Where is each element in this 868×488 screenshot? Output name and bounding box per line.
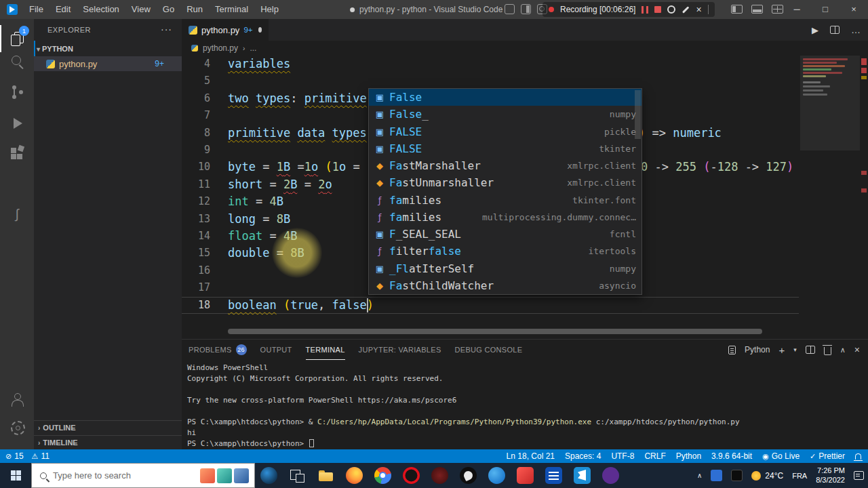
suggestion-item[interactable]: ▣FALSEpickle bbox=[369, 123, 642, 140]
kill-terminal-icon[interactable] bbox=[824, 347, 831, 355]
language-mode[interactable]: Python bbox=[676, 451, 701, 461]
opera-icon[interactable] bbox=[403, 467, 420, 484]
suggestion-item[interactable]: ƒfamiliesmultiprocessing.dummy.connec… bbox=[369, 209, 642, 226]
new-terminal-button[interactable]: + bbox=[778, 344, 785, 356]
more-actions-icon[interactable]: … bbox=[851, 24, 861, 35]
search-highlight-tile[interactable] bbox=[234, 468, 249, 483]
indentation[interactable]: Spaces: 4 bbox=[565, 451, 601, 461]
customize-layout-icon[interactable] bbox=[772, 5, 783, 14]
menu-terminal[interactable]: Terminal bbox=[209, 0, 254, 19]
folder-section-python[interactable]: ▾ PYTHON bbox=[37, 42, 182, 56]
keyboard-language[interactable]: FRA bbox=[792, 472, 807, 480]
menu-help[interactable]: Help bbox=[254, 0, 285, 19]
terminal-output[interactable]: Windows PowerShellCopyright (C) Microsof… bbox=[187, 363, 863, 449]
tray-app-blue-icon[interactable] bbox=[711, 470, 722, 481]
maximize-panel-icon[interactable]: ∧ bbox=[840, 346, 846, 354]
notification-center-icon[interactable] bbox=[854, 471, 864, 480]
toolbar-icon-2[interactable] bbox=[521, 4, 531, 14]
split-editor-icon[interactable] bbox=[830, 26, 840, 34]
pause-recording-button[interactable] bbox=[642, 6, 648, 14]
suggestion-item[interactable]: ▣False bbox=[369, 89, 642, 106]
breadcrumb-file[interactable]: python.py bbox=[203, 43, 238, 53]
cursor-position[interactable]: Ln 18, Col 21 bbox=[507, 451, 555, 461]
browser-dark-icon[interactable] bbox=[431, 467, 448, 484]
close-recorder-button[interactable]: × bbox=[696, 5, 701, 14]
panel-tab-jupyter-variables[interactable]: JUPYTER: VARIABLES bbox=[359, 340, 441, 360]
menu-selection[interactable]: Selection bbox=[77, 0, 125, 19]
draw-button[interactable] bbox=[682, 6, 689, 13]
code-line[interactable]: 18boolean (true, false) bbox=[182, 297, 800, 314]
restore-button[interactable]: □ bbox=[811, 0, 840, 19]
menu-go[interactable]: Go bbox=[157, 0, 180, 19]
go-live[interactable]: ◉Go Live bbox=[762, 451, 800, 461]
search-highlight-tile[interactable] bbox=[217, 468, 232, 483]
file-explorer-icon[interactable] bbox=[317, 467, 334, 484]
suggestion-item[interactable]: ƒfamiliestkinter.font bbox=[369, 192, 642, 209]
prettier[interactable]: ✓Prettier bbox=[810, 451, 845, 461]
panel-tab-problems[interactable]: PROBLEMS26 bbox=[189, 340, 247, 360]
timeline-section[interactable]: › TIMELINE bbox=[34, 435, 182, 449]
close-button[interactable]: × bbox=[840, 0, 868, 19]
tray-app-dark-icon[interactable] bbox=[731, 470, 743, 481]
stop-recording-button[interactable] bbox=[654, 6, 661, 13]
code-line[interactable]: 4variables bbox=[182, 56, 800, 73]
errors-count[interactable]: ⊘15 bbox=[5, 451, 24, 461]
suggestion-item[interactable]: ◆FastChildWatcherasyncio bbox=[369, 277, 642, 294]
start-button[interactable] bbox=[0, 463, 31, 488]
visual-studio-icon[interactable] bbox=[602, 467, 619, 484]
suggestion-item[interactable]: ◆FastUnmarshallerxmlrpc.client bbox=[369, 174, 642, 191]
outline-section[interactable]: › OUTLINE bbox=[34, 420, 182, 434]
sidebar-item-extensions[interactable] bbox=[0, 140, 34, 167]
clock[interactable]: 7:26 PM 8/3/2022 bbox=[816, 466, 845, 485]
notifications-bell[interactable] bbox=[855, 453, 861, 460]
suggestion-item[interactable]: ▣F_SEAL_SEALfcntl bbox=[369, 226, 642, 243]
horizontal-scrollbar[interactable] bbox=[228, 329, 762, 334]
run-python-file-button[interactable]: ▶ bbox=[812, 25, 818, 35]
firefox-icon[interactable] bbox=[346, 467, 363, 484]
sidebar-item-extension-misc[interactable] bbox=[0, 201, 34, 228]
menu-view[interactable]: View bbox=[125, 0, 157, 19]
toggle-panel-icon[interactable] bbox=[751, 5, 763, 14]
toolbar-icon-1[interactable] bbox=[505, 4, 515, 14]
suggestion-item[interactable]: ƒfilterfalseitertools bbox=[369, 243, 642, 260]
edge-icon[interactable] bbox=[488, 467, 505, 484]
split-terminal-icon[interactable] bbox=[806, 346, 815, 354]
chrome-icon[interactable] bbox=[374, 467, 391, 484]
close-panel-icon[interactable]: × bbox=[854, 344, 860, 355]
warnings-count[interactable]: ⚠11 bbox=[32, 451, 50, 461]
suggestion-item[interactable]: ▣FALSEtkinter bbox=[369, 140, 642, 157]
webcam-button[interactable] bbox=[667, 5, 675, 14]
python-interpreter[interactable]: 3.9.6 64-bit bbox=[711, 451, 752, 461]
settings-button[interactable] bbox=[0, 413, 34, 441]
terminal-env-label[interactable]: Python bbox=[745, 345, 770, 354]
explorer-more-actions[interactable]: ··· bbox=[161, 23, 172, 35]
breadcrumb-symbol[interactable]: ... bbox=[250, 43, 256, 53]
weather-widget[interactable]: 24°C bbox=[751, 471, 783, 481]
file-item-python-py[interactable]: python.py 9+ bbox=[34, 56, 182, 71]
show-hidden-icons[interactable]: ∧ bbox=[697, 472, 702, 479]
menu-run[interactable]: Run bbox=[180, 0, 209, 19]
vscode-icon[interactable] bbox=[574, 467, 591, 484]
search-highlight-tile[interactable] bbox=[200, 468, 215, 483]
suggestion-item[interactable]: ◆FastMarshallerxmlrpc.client bbox=[369, 157, 642, 174]
minimize-button[interactable]: ─ bbox=[783, 0, 811, 19]
obs-icon[interactable] bbox=[460, 467, 477, 484]
word-icon[interactable] bbox=[545, 467, 562, 484]
taskbar-search[interactable]: Type here to search bbox=[31, 463, 255, 488]
menu-edit[interactable]: Edit bbox=[50, 0, 77, 19]
task-view-icon[interactable] bbox=[289, 467, 306, 484]
panel-tab-terminal[interactable]: TERMINAL bbox=[306, 340, 345, 360]
accounts-button[interactable] bbox=[0, 386, 34, 413]
breadcrumb[interactable]: python.py › ... bbox=[182, 41, 868, 56]
eol-sequence[interactable]: CRLF bbox=[644, 451, 665, 461]
sidebar-item-source-control[interactable] bbox=[0, 79, 34, 106]
red-app-icon[interactable] bbox=[517, 467, 534, 484]
sidebar-item-run-debug[interactable] bbox=[0, 110, 34, 137]
terminal-dropdown-icon[interactable]: ▾ bbox=[793, 346, 797, 353]
panel-tab-debug-console[interactable]: DEBUG CONSOLE bbox=[455, 340, 523, 360]
suggestion-item[interactable]: ▣False_numpy bbox=[369, 106, 642, 123]
cortana-icon[interactable] bbox=[260, 467, 277, 484]
menu-file[interactable]: File bbox=[23, 0, 50, 19]
toggle-sidebar-icon[interactable] bbox=[731, 5, 743, 14]
panel-tab-output[interactable]: OUTPUT bbox=[260, 340, 292, 360]
